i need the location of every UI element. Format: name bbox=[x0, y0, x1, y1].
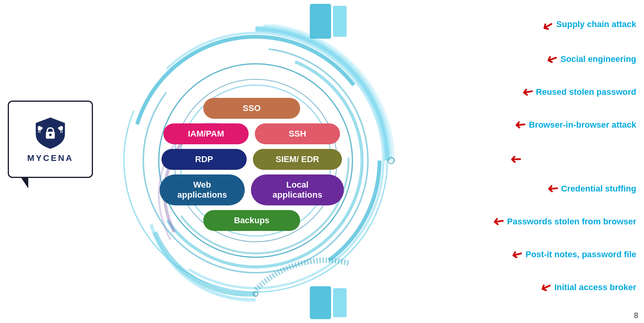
pill-row-4: Web applications Local applications bbox=[143, 174, 360, 205]
page-number: 8 bbox=[634, 311, 638, 320]
threat-passwords-stolen: ➜ Passwords stolen from browser bbox=[493, 215, 636, 229]
threat-unnamed: ➜ bbox=[510, 153, 524, 167]
svg-rect-21 bbox=[310, 4, 331, 39]
label-post-it: Post-it notes, password file bbox=[526, 250, 636, 260]
label-credential-stuffing: Credential stuffing bbox=[561, 184, 636, 194]
svg-rect-22 bbox=[333, 6, 347, 37]
threat-supply-chain: ➜ Supply chain attack bbox=[542, 19, 636, 33]
brand-name: MYCENA bbox=[27, 153, 73, 163]
arrow-unnamed: ➜ bbox=[510, 152, 522, 167]
arrow-social-engineering: ➜ bbox=[544, 51, 560, 68]
svg-rect-23 bbox=[310, 286, 331, 319]
pill-web-apps: Web applications bbox=[160, 174, 245, 205]
arrow-passwords-stolen: ➜ bbox=[492, 214, 506, 229]
svg-line-8 bbox=[60, 130, 61, 133]
pill-row-2: IAM/PAM SSH bbox=[143, 123, 360, 144]
pill-row-5: Backups bbox=[143, 210, 360, 231]
pill-row-3: RDP SIEM/ EDR bbox=[143, 149, 360, 169]
label-social-engineering: Social engineering bbox=[560, 54, 636, 64]
label-initial-access: Initial access broker bbox=[554, 282, 636, 292]
label-reused-password: Reused stolen password bbox=[536, 87, 636, 97]
pill-siem: SIEM/ EDR bbox=[253, 149, 342, 169]
threats-area: ➜ Supply chain attack ➜ Social engineeri… bbox=[454, 8, 640, 317]
pill-rdp: RDP bbox=[161, 149, 247, 169]
label-passwords-stolen: Passwords stolen from browser bbox=[507, 217, 636, 227]
threat-credential-stuffing: ➜ Credential stuffing bbox=[547, 182, 636, 196]
svg-rect-24 bbox=[333, 288, 347, 317]
arrow-reused-password: ➜ bbox=[521, 84, 535, 100]
pill-ssh: SSH bbox=[255, 123, 340, 144]
pill-local-apps: Local applications bbox=[251, 174, 344, 205]
logo-box: MYCENA bbox=[8, 101, 93, 178]
threat-browser-in-browser: ➜ Browser-in-browser attack bbox=[515, 118, 636, 132]
logo-icon bbox=[31, 115, 70, 150]
arrow-initial-access: ➜ bbox=[538, 279, 554, 296]
arrow-browser-in-browser: ➜ bbox=[514, 118, 527, 132]
threat-social-engineering: ➜ Social engineering bbox=[546, 52, 636, 66]
pill-sso: SSO bbox=[203, 97, 300, 118]
pills-container: SSO IAM/PAM SSH RDP SIEM/ EDR Web applic… bbox=[143, 97, 360, 231]
pill-backups: Backups bbox=[203, 210, 300, 231]
pill-row-1: SSO bbox=[143, 97, 360, 118]
label-browser-in-browser: Browser-in-browser attack bbox=[529, 120, 636, 130]
label-supply-chain: Supply chain attack bbox=[556, 19, 636, 29]
threat-post-it: ➜ Post-it notes, password file bbox=[512, 248, 636, 261]
pill-iam: IAM/PAM bbox=[163, 123, 249, 144]
diagram-area: SSO IAM/PAM SSH RDP SIEM/ EDR Web applic… bbox=[77, 0, 426, 323]
svg-line-4 bbox=[40, 130, 40, 133]
arrow-post-it: ➜ bbox=[510, 246, 525, 263]
svg-point-1 bbox=[49, 133, 52, 136]
threat-initial-access: ➜ Initial access broker bbox=[540, 280, 636, 294]
arrow-credential-stuffing: ➜ bbox=[546, 181, 559, 196]
threat-reused-password: ➜ Reused stolen password bbox=[522, 85, 636, 99]
arrow-supply-chain: ➜ bbox=[539, 17, 556, 35]
